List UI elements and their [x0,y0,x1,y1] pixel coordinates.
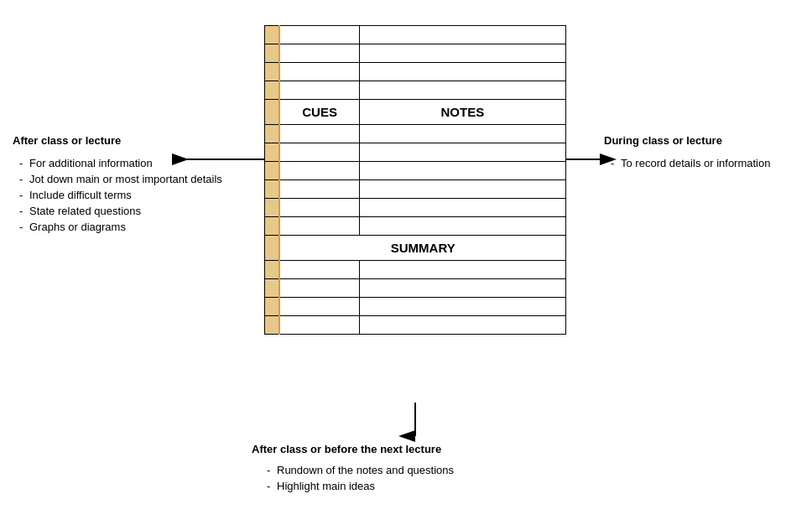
cues-cell [279,125,359,143]
summary-cell [279,261,359,279]
cues-cell [279,162,359,180]
table-row [265,162,566,180]
orange-cell [265,180,280,199]
left-annotation-title: After class or lecture [13,134,222,147]
summary-header: SUMMARY [279,236,565,261]
table-row [265,143,566,162]
bottom-annotation-list: Rundown of the notes and questions Highl… [252,462,454,494]
notes-cell [359,143,565,162]
orange-cell [265,81,280,100]
orange-cell [265,100,280,125]
notes-cell [359,199,565,217]
list-item: Rundown of the notes and questions [252,462,454,478]
left-annotation: After class or lecture For additional in… [13,134,222,235]
summary-cell [359,261,565,279]
right-annotation-title: During class or lecture [604,134,770,147]
list-item: Highlight main ideas [252,478,454,494]
bottom-annotation: After class or before the next lecture R… [252,443,454,494]
table-row [265,180,566,199]
notes-cell [359,125,565,143]
notes-header: NOTES [359,100,565,125]
orange-cell [265,125,280,143]
table-row [265,316,566,335]
cornell-table: CUES NOTES [264,25,566,335]
table-row [265,63,566,81]
list-item: Include difficult terms [13,187,222,203]
orange-cell [265,316,280,335]
table-row [265,44,566,63]
table-row [265,81,566,100]
cues-header: CUES [279,100,359,125]
orange-cell [265,63,280,81]
right-annotation-list: To record details or information [604,155,770,171]
orange-cell [265,236,280,261]
summary-cell [359,279,565,298]
notes-blank [359,44,565,63]
notes-blank [359,26,565,44]
notes-cell [359,162,565,180]
table-row [265,298,566,316]
orange-cell [265,298,280,316]
notes-cell [359,180,565,199]
cues-blank [279,81,359,100]
table-row [265,261,566,279]
table-row [265,279,566,298]
right-annotation: During class or lecture To record detail… [604,134,770,171]
cues-blank [279,26,359,44]
list-item: State related questions [13,203,222,219]
orange-cell [265,199,280,217]
orange-cell [265,44,280,63]
summary-cell [279,298,359,316]
summary-cell [279,316,359,335]
header-row: CUES NOTES [265,100,566,125]
table-row [265,217,566,236]
cues-cell [279,180,359,199]
orange-cell [265,217,280,236]
table-row [265,125,566,143]
bottom-annotation-title: After class or before the next lecture [252,443,454,455]
cues-cell [279,217,359,236]
cues-blank [279,63,359,81]
list-item: For additional information [13,155,222,171]
list-item: Graphs or diagrams [13,219,222,235]
list-item: Jot down main or most important details [13,171,222,187]
table-row [265,199,566,217]
notes-cell [359,217,565,236]
summary-cell [359,298,565,316]
cues-blank [279,44,359,63]
summary-cell [359,316,565,335]
list-item: To record details or information [604,155,770,171]
left-annotation-list: For additional information Jot down main… [13,155,222,235]
table-row [265,26,566,44]
orange-cell [265,279,280,298]
notes-blank [359,81,565,100]
orange-cell [265,261,280,279]
orange-cell [265,26,280,44]
summary-header-row: SUMMARY [265,236,566,261]
main-container: CUES NOTES [0,0,812,525]
orange-cell [265,162,280,180]
cues-cell [279,199,359,217]
summary-cell [279,279,359,298]
orange-cell [265,143,280,162]
notes-blank [359,63,565,81]
cues-cell [279,143,359,162]
